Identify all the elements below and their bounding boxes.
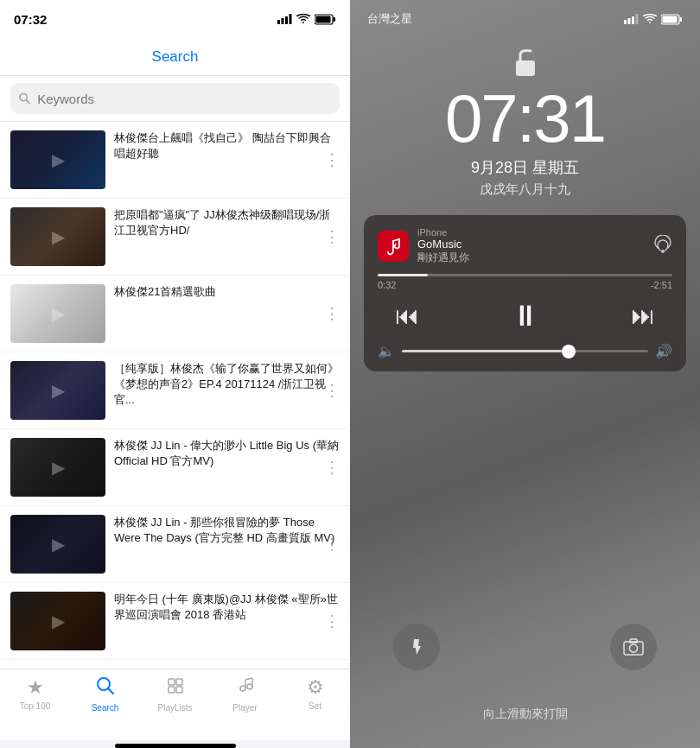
volume-low-icon: 🔈 xyxy=(378,343,395,359)
left-phone-screen: 07:32 Search xyxy=(0,0,350,748)
svg-rect-5 xyxy=(334,17,336,22)
tab-set-label: Set xyxy=(309,701,321,711)
svg-point-30 xyxy=(630,644,638,652)
tab-search[interactable]: Search xyxy=(70,676,140,713)
camera-button[interactable] xyxy=(610,624,657,670)
video-info: 林俊傑 JJ Lin - 偉大的渺小 Little Big Us (華納 Off… xyxy=(114,438,340,469)
progress-current: 0:32 xyxy=(378,280,396,290)
status-bar-left: 07:32 xyxy=(0,0,350,38)
volume-knob[interactable] xyxy=(562,345,576,358)
svg-point-15 xyxy=(240,686,245,691)
home-indicator xyxy=(115,744,236,748)
more-icon[interactable]: ⋮ xyxy=(324,612,340,631)
svg-rect-27 xyxy=(516,60,535,76)
svg-rect-12 xyxy=(176,679,182,685)
music-card-header: iPhone GoMusic 剛好遇見你 xyxy=(378,227,672,265)
video-thumbnail: ▶ xyxy=(10,438,105,497)
more-icon[interactable]: ⋮ xyxy=(324,227,340,246)
svg-point-28 xyxy=(661,250,665,253)
status-bar-right: 台灣之星 xyxy=(350,0,700,38)
svg-rect-1 xyxy=(282,18,284,24)
playlists-icon xyxy=(166,676,185,700)
tab-set[interactable]: ⚙ Set xyxy=(280,676,350,711)
wifi-icon xyxy=(296,14,310,24)
video-title: 明年今日 (十年 廣東版)@JJ 林俊傑 «聖所»世界巡回演唱會 2018 香港… xyxy=(114,592,340,623)
svg-rect-23 xyxy=(636,14,639,24)
progress-bar-bg xyxy=(378,274,672,276)
tab-search-label: Search xyxy=(92,703,119,713)
video-info: 林俊傑21首精選歌曲 xyxy=(114,284,340,300)
tab-top100[interactable]: ★ Top 100 xyxy=(0,676,70,711)
more-icon[interactable]: ⋮ xyxy=(324,535,340,554)
carrier-label: 台灣之星 xyxy=(367,11,412,27)
song-name-label: 剛好遇見你 xyxy=(417,250,469,265)
airplay-button[interactable] xyxy=(653,235,672,258)
lockscreen-lunar-display: 戊戌年八月十九 xyxy=(350,181,700,198)
video-info: ［纯享版］林俊杰《输了你赢了世界又如何》《梦想的声音2》EP.4 2017112… xyxy=(114,361,340,409)
time-display: 07:32 xyxy=(14,12,47,27)
svg-rect-6 xyxy=(316,16,331,22)
right-status-icons xyxy=(624,14,683,25)
more-icon[interactable]: ⋮ xyxy=(324,150,340,169)
volume-bar[interactable] xyxy=(402,350,648,352)
tab-top100-label: Top 100 xyxy=(20,701,51,711)
more-icon[interactable]: ⋮ xyxy=(324,381,340,400)
lockscreen-bottom-buttons xyxy=(350,624,700,670)
progress-container: 0:32 -2:51 xyxy=(378,274,672,290)
list-item[interactable]: ▶ 林俊傑台上飆唱《找自己》 陶喆台下即興合唱超好聽 ⋮ xyxy=(0,122,350,199)
battery-icon-right xyxy=(661,14,683,25)
list-item[interactable]: ▶ 林俊傑 JJ Lin - 偉大的渺小 Little Big Us (華納 O… xyxy=(0,429,350,506)
gear-icon: ⚙ xyxy=(307,676,324,699)
video-title: 林俊傑21首精選歌曲 xyxy=(114,284,340,300)
music-app-info: iPhone GoMusic 剛好遇見你 xyxy=(378,227,469,265)
video-info: 林俊傑 JJ Lin - 那些你很冒險的夢 Those Were The Day… xyxy=(114,515,340,546)
video-thumbnail: ▶ xyxy=(10,284,105,343)
video-thumbnail: ▶ xyxy=(10,515,105,574)
lockscreen-time: 07:31 9月28日 星期五 戊戌年八月十九 xyxy=(350,85,700,198)
music-player-card: iPhone GoMusic 剛好遇見你 0:32 -2:51 xyxy=(364,215,686,371)
search-input[interactable] xyxy=(37,92,331,106)
lock-icon-container xyxy=(350,47,700,78)
more-icon[interactable]: ⋮ xyxy=(324,304,340,323)
svg-rect-2 xyxy=(285,16,288,24)
volume-fill xyxy=(402,350,562,352)
tab-bar: ★ Top 100 Search PlayLists xyxy=(0,669,350,740)
fast-forward-button[interactable]: ⏭ xyxy=(631,301,655,330)
app-text-info: iPhone GoMusic 剛好遇見你 xyxy=(417,227,469,265)
progress-times: 0:32 -2:51 xyxy=(378,280,672,290)
video-thumbnail: ▶ xyxy=(10,130,105,189)
svg-rect-20 xyxy=(624,20,627,24)
pause-button[interactable]: ⏸ xyxy=(511,299,540,333)
lockscreen-date-display: 9月28日 星期五 xyxy=(350,157,700,178)
svg-point-16 xyxy=(247,684,252,689)
tab-playlists[interactable]: PlayLists xyxy=(140,676,210,713)
flashlight-button[interactable] xyxy=(393,624,440,670)
right-phone-screen: 台灣之星 xyxy=(350,0,700,748)
video-title: ［纯享版］林俊杰《输了你赢了世界又如何》《梦想的声音2》EP.4 2017112… xyxy=(114,361,340,409)
nav-header: Search xyxy=(0,38,350,76)
volume-row: 🔈 🔊 xyxy=(378,343,672,359)
signal-icon-right xyxy=(624,14,639,24)
video-thumbnail: ▶ xyxy=(10,361,105,420)
list-item[interactable]: ▶ 把原唱都"逼疯"了 JJ林俊杰神级翻唱现场/浙江卫视官方HD/ ⋮ xyxy=(0,199,350,276)
lock-icon xyxy=(512,47,539,78)
list-item[interactable]: ▶ 明年今日 (十年 廣東版)@JJ 林俊傑 «聖所»世界巡回演唱會 2018 … xyxy=(0,583,350,660)
search-bar[interactable] xyxy=(10,83,340,114)
svg-rect-3 xyxy=(290,14,292,24)
wifi-icon-right xyxy=(643,14,657,24)
battery-icon xyxy=(315,14,336,25)
video-thumbnail: ▶ xyxy=(10,207,105,266)
progress-bar-fill xyxy=(378,274,428,276)
source-label: iPhone xyxy=(417,227,469,238)
svg-line-18 xyxy=(245,678,252,680)
svg-line-10 xyxy=(108,689,113,694)
app-icon xyxy=(378,231,409,262)
tab-playlists-label: PlayLists xyxy=(157,703,192,713)
list-item[interactable]: ▶ 林俊傑 JJ Lin - 那些你很冒險的夢 Those Were The D… xyxy=(0,506,350,583)
rewind-button[interactable]: ⏮ xyxy=(395,301,419,330)
list-item[interactable]: ▶ ［纯享版］林俊杰《输了你赢了世界又如何》《梦想的声音2》EP.4 20171… xyxy=(0,352,350,429)
tab-player[interactable]: Player xyxy=(210,676,280,713)
player-icon xyxy=(236,676,255,700)
more-icon[interactable]: ⋮ xyxy=(324,458,340,477)
list-item[interactable]: ▶ 林俊傑21首精選歌曲 ⋮ xyxy=(0,276,350,352)
